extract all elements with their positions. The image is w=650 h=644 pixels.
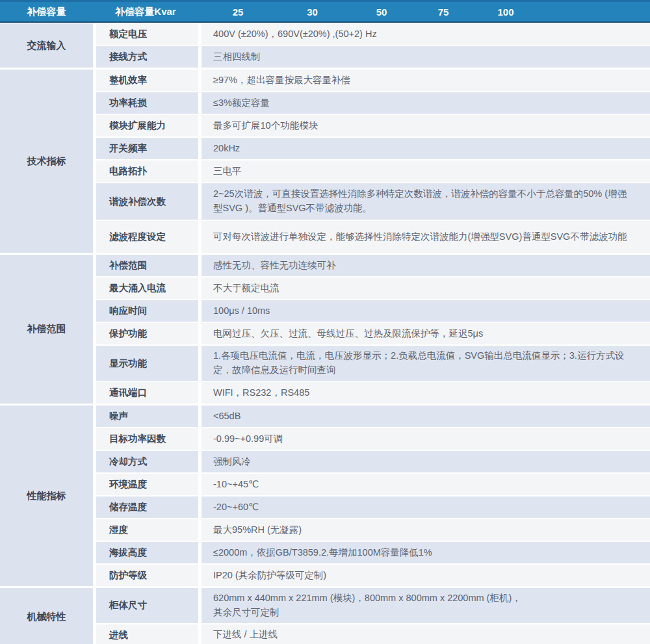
parameter-value: -20~+60℃ (202, 496, 650, 518)
table-section: 交流输入额定电压400V (±20%)，690V(±20%) ,(50+2) H… (0, 23, 650, 68)
parameter-value: 620mm x 440mm x 221mm (模块)，800mm x 800mm… (202, 588, 650, 623)
parameter-name: 电路拓扑 (96, 161, 198, 182)
table-row: 额定电压400V (±20%)，690V(±20%) ,(50+2) Hz (96, 23, 650, 45)
table-row: 湿度最大95%RH (无凝露) (96, 519, 650, 541)
parameter-value: 2~25次谐波，可直接设置选择性消除多种特定次数谐波，谐波补偿的容量不小于总容量… (202, 183, 650, 220)
parameter-value: <65dB (202, 406, 650, 427)
parameter-name: 最大涌入电流 (96, 277, 198, 299)
table-row: 谐波补偿次数2~25次谐波，可直接设置选择性消除多种特定次数谐波，谐波补偿的容量… (96, 183, 650, 220)
section-category-label: 技术指标 (0, 70, 93, 253)
table-row: 补偿范围感性无功、容性无功连续可补 (96, 255, 650, 276)
parameter-value: 强制风冷 (202, 451, 650, 472)
table-row: 环境温度-10~+45℃ (96, 474, 650, 495)
table-row: 储存温度-20~+60℃ (96, 496, 650, 518)
header-capacity-kvar-label: 补偿容量Kvar (93, 6, 198, 18)
parameter-name: 功率耗损 (96, 92, 198, 114)
parameter-name: 进线 (96, 625, 198, 644)
table-row: 海拔高度≤2000m，依据GB/T3859.2.每增加100M容量降低1% (96, 542, 650, 563)
parameter-value: 下进线 / 上进线 (202, 625, 650, 644)
parameter-value: ≥97%，超出容量按最大容量补偿 (202, 70, 650, 91)
parameter-value: 感性无功、容性无功连续可补 (202, 255, 650, 276)
parameter-name: 额定电压 (96, 23, 198, 45)
parameter-name: 冷却方式 (96, 451, 198, 472)
parameter-name: 整机效率 (96, 70, 198, 91)
table-section: 补偿范围补偿范围感性无功、容性无功连续可补最大涌入电流不大于额定电流响应时间10… (0, 255, 650, 404)
header-capacity-label: 补偿容量 (0, 6, 93, 18)
parameter-value: 可对每次谐波进行单独设定，能够选择性消除特定次谐波能力(增强型SVG)普通型SV… (202, 221, 650, 253)
section-category-label: 补偿范围 (0, 255, 93, 404)
parameter-value: 三电平 (202, 161, 650, 182)
table-section: 技术指标整机效率≥97%，超出容量按最大容量补偿功率耗损≤3%额定容量模块扩展能… (0, 70, 650, 253)
parameter-name: 开关频率 (96, 138, 198, 159)
section-rows: 整机效率≥97%，超出容量按最大容量补偿功率耗损≤3%额定容量模块扩展能力最多可… (96, 70, 650, 253)
parameter-value: 400V (±20%)，690V(±20%) ,(50+2) Hz (202, 23, 650, 45)
table-row: 接线方式三相四线制 (96, 46, 650, 68)
table-row: 功率耗损≤3%额定容量 (96, 92, 650, 114)
table-row: 冷却方式强制风冷 (96, 451, 650, 472)
table-row: 防护等级IP20 (其余防护等级可定制) (96, 565, 650, 586)
table-row: 电路拓扑三电平 (96, 161, 650, 182)
section-rows: 额定电压400V (±20%)，690V(±20%) ,(50+2) Hz接线方… (96, 23, 650, 68)
table-row: 最大涌入电流不大于额定电流 (96, 277, 650, 299)
table-row: 进线下进线 / 上进线 (96, 625, 650, 644)
parameter-name: 补偿范围 (96, 255, 198, 276)
section-rows: 柜体尺寸620mm x 440mm x 221mm (模块)，800mm x 8… (96, 588, 650, 644)
parameter-value: 最多可扩展10个功能模块 (202, 115, 650, 136)
header-capacity-value: 25 (198, 6, 278, 18)
specification-table: 补偿容量 补偿容量Kvar 25305075100 交流输入额定电压400V (… (0, 0, 650, 644)
table-row: 目标功率因数-0.99~+0.99可调 (96, 428, 650, 450)
parameter-name: 柜体尺寸 (96, 588, 198, 623)
parameter-value: -0.99~+0.99可调 (202, 428, 650, 450)
table-row: 开关频率20kHz (96, 138, 650, 159)
parameter-value: 最大95%RH (无凝露) (202, 519, 650, 541)
table-row: 保护功能电网过压、欠压、过流、母线过压、过热及限流保护等，延迟5μs (96, 323, 650, 344)
parameter-value: 20kHz (202, 138, 650, 159)
parameter-name: 环境温度 (96, 474, 198, 495)
header-capacity-value: 30 (278, 6, 347, 18)
table-row: 响应时间100μs / 10ms (96, 300, 650, 322)
table-section: 机械特性柜体尺寸620mm x 440mm x 221mm (模块)，800mm… (0, 588, 650, 644)
table-row: 整机效率≥97%，超出容量按最大容量补偿 (96, 70, 650, 91)
parameter-value: 1.各项电压电流值，电流，电压波形显示；2.负载总电流值，SVG输出总电流值显示… (202, 346, 650, 381)
table-row: 滤波程度设定可对每次谐波进行单独设定，能够选择性消除特定次谐波能力(增强型SVG… (96, 221, 650, 253)
table-header-row: 补偿容量 补偿容量Kvar 25305075100 (0, 0, 650, 23)
header-capacity-value: 100 (471, 6, 541, 18)
section-category-label: 交流输入 (0, 23, 93, 68)
parameter-name: 模块扩展能力 (96, 115, 198, 136)
parameter-value: 100μs / 10ms (202, 300, 650, 322)
table-row: 模块扩展能力最多可扩展10个功能模块 (96, 115, 650, 136)
table-body: 交流输入额定电压400V (±20%)，690V(±20%) ,(50+2) H… (0, 23, 650, 644)
table-row: 显示功能1.各项电压电流值，电流，电压波形显示；2.负载总电流值，SVG输出总电… (96, 346, 650, 381)
parameter-value: 三相四线制 (202, 46, 650, 68)
parameter-name: 目标功率因数 (96, 428, 198, 450)
parameter-name: 保护功能 (96, 323, 198, 344)
parameter-value: ≤2000m，依据GB/T3859.2.每增加100M容量降低1% (202, 542, 650, 563)
parameter-name: 湿度 (96, 519, 198, 541)
parameter-value: WIFI，RS232，RS485 (202, 382, 650, 404)
parameter-value: IP20 (其余防护等级可定制) (202, 565, 650, 586)
header-capacity-values: 25305075100 (198, 6, 541, 18)
parameter-name: 响应时间 (96, 300, 198, 322)
parameter-name: 谐波补偿次数 (96, 183, 198, 220)
parameter-name: 接线方式 (96, 46, 198, 68)
parameter-name: 通讯端口 (96, 382, 198, 404)
parameter-value: 不大于额定电流 (202, 277, 650, 299)
parameter-name: 海拔高度 (96, 542, 198, 563)
table-row: 噪声<65dB (96, 406, 650, 427)
parameter-name: 显示功能 (96, 346, 198, 381)
parameter-value: 电网过压、欠压、过流、母线过压、过热及限流保护等，延迟5μs (202, 323, 650, 344)
parameter-name: 储存温度 (96, 496, 198, 518)
section-rows: 噪声<65dB目标功率因数-0.99~+0.99可调冷却方式强制风冷环境温度-1… (96, 406, 650, 586)
section-category-label: 性能指标 (0, 406, 93, 586)
parameter-name: 滤波程度设定 (96, 221, 198, 253)
parameter-name: 噪声 (96, 406, 198, 427)
section-rows: 补偿范围感性无功、容性无功连续可补最大涌入电流不大于额定电流响应时间100μs … (96, 255, 650, 404)
parameter-value: ≤3%额定容量 (202, 92, 650, 114)
parameter-value: -10~+45℃ (202, 474, 650, 495)
table-row: 柜体尺寸620mm x 440mm x 221mm (模块)，800mm x 8… (96, 588, 650, 623)
header-capacity-value: 50 (347, 6, 416, 18)
table-section: 性能指标噪声<65dB目标功率因数-0.99~+0.99可调冷却方式强制风冷环境… (0, 406, 650, 586)
parameter-name: 防护等级 (96, 565, 198, 586)
header-capacity-value: 75 (416, 6, 471, 18)
table-row: 通讯端口WIFI，RS232，RS485 (96, 382, 650, 404)
